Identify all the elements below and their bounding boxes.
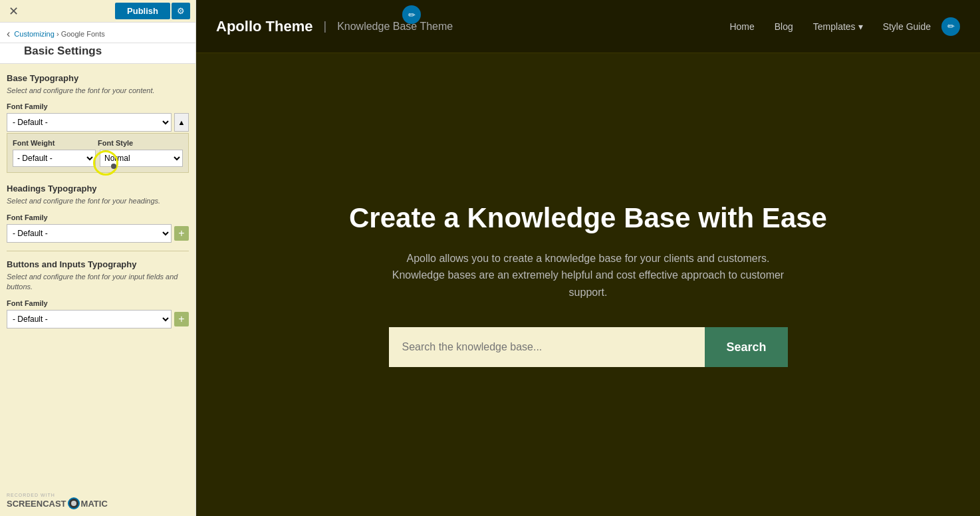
publish-group: Publish ⚙ — [115, 3, 190, 19]
edit-pencil-top-button[interactable]: ✏ — [402, 5, 421, 24]
buttons-font-family-row: - Default - + — [7, 310, 189, 328]
breadcrumb-text: Customizing › Google Fonts — [14, 30, 104, 38]
font-style-select[interactable]: Normal Italic Oblique — [100, 150, 183, 167]
buttons-inputs-title: Buttons and Inputs Typography — [7, 259, 189, 269]
hero-title: Create a Knowledge Base with Ease — [349, 202, 827, 234]
watermark: RECORDED WITH SCREENCAST MATIC — [7, 493, 108, 509]
nav-link-home[interactable]: Home — [729, 21, 754, 32]
headings-typography-title: Headings Typography — [7, 184, 189, 194]
preview-nav: Apollo Theme | Knowledge Base Theme Home… — [196, 0, 980, 53]
breadcrumb-separator: › — [57, 30, 59, 38]
nav-link-templates[interactable]: Templates ▾ — [813, 21, 863, 32]
buttons-font-family-label: Font Family — [7, 299, 189, 307]
weight-style-box: Font Weight Font Style - Default - 10020… — [7, 133, 189, 173]
headings-font-family-label: Font Family — [7, 213, 189, 221]
panel-content: Base Typography Select and configure the… — [0, 64, 195, 516]
section-divider-1 — [7, 251, 189, 251]
base-font-family-row: - Default - ▲ — [7, 113, 189, 132]
top-bar: ✕ Publish ⚙ — [0, 0, 195, 23]
preview-subtitle: Knowledge Base Theme — [337, 21, 729, 33]
font-style-label: Font Style — [98, 139, 183, 147]
breadcrumb-parent[interactable]: Customizing — [14, 30, 55, 38]
headings-font-family-select[interactable]: - Default - — [7, 224, 172, 243]
nav-link-style-guide[interactable]: Style Guide — [883, 21, 931, 32]
preview-hero: Create a Knowledge Base with Ease Apollo… — [196, 53, 980, 516]
font-weight-label: Font Weight — [13, 139, 98, 147]
base-typography-title: Base Typography — [7, 73, 189, 83]
templates-dropdown-icon: ▾ — [858, 21, 863, 32]
search-button[interactable]: Search — [705, 327, 787, 367]
base-font-family-up-button[interactable]: ▲ — [174, 113, 189, 132]
hero-desc: Apollo allows you to create a knowledge … — [389, 250, 788, 301]
weight-style-labels: Font Weight Font Style — [13, 139, 183, 147]
nav-divider: | — [323, 19, 326, 33]
watermark-brand-suffix: MATIC — [81, 499, 108, 509]
font-weight-select[interactable]: - Default - 100200300 400500600 70080090… — [13, 150, 96, 167]
watermark-top-text: RECORDED WITH — [7, 493, 108, 497]
watermark-brand: SCREENCAST MATIC — [7, 497, 108, 509]
preview-nav-links: Home Blog Templates ▾ Style Guide — [729, 21, 931, 32]
templates-label: Templates — [813, 21, 856, 32]
close-button[interactable]: ✕ — [5, 3, 21, 19]
base-font-family-select[interactable]: - Default - — [7, 113, 172, 132]
watermark-brand-text: SCREENCAST — [7, 499, 66, 509]
page-title: Basic Settings — [0, 43, 195, 64]
breadcrumb: ‹ Customizing › Google Fonts — [0, 23, 195, 43]
weight-style-selects: - Default - 100200300 400500600 70080090… — [13, 150, 183, 167]
headings-font-family-row: - Default - + — [7, 224, 189, 243]
base-font-family-label: Font Family — [7, 102, 189, 110]
headings-typography-desc: Select and configure the font for your h… — [7, 196, 189, 206]
watermark-circle-icon — [68, 497, 80, 509]
edit-pencil-nav-button[interactable]: ✏ — [941, 17, 960, 36]
headings-font-family-add-button[interactable]: + — [174, 226, 189, 241]
publish-button[interactable]: Publish — [115, 3, 170, 19]
buttons-font-family-select[interactable]: - Default - — [7, 310, 172, 328]
back-button[interactable]: ‹ — [7, 28, 10, 40]
preview-logo: Apollo Theme — [216, 18, 312, 35]
search-bar: Search — [389, 327, 788, 367]
nav-link-blog[interactable]: Blog — [775, 21, 793, 32]
buttons-inputs-desc: Select and configure the font for your i… — [7, 272, 189, 293]
base-typography-desc: Select and configure the font for your c… — [7, 86, 189, 96]
settings-gear-button[interactable]: ⚙ — [172, 3, 190, 19]
buttons-font-family-add-button[interactable]: + — [174, 312, 189, 326]
search-input[interactable] — [389, 327, 705, 367]
breadcrumb-child: Google Fonts — [61, 30, 105, 38]
